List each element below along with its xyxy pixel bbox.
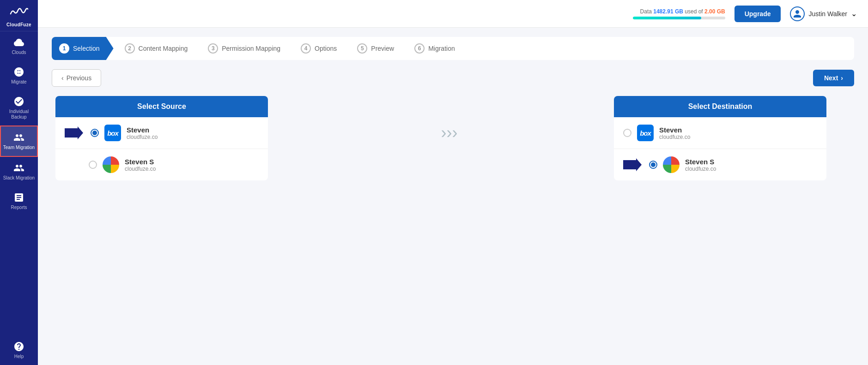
sidebar-help-label: Help	[14, 354, 24, 359]
chevron-right-2: ›	[447, 123, 450, 143]
source-panel-body: box Steven cloudfuze.co	[55, 117, 268, 180]
dest-account-gsuite-name: Steven S	[685, 158, 817, 166]
step-6-migration[interactable]: 6 Migration	[403, 37, 464, 60]
user-avatar	[790, 6, 805, 21]
step-5-num: 5	[357, 43, 367, 54]
gsuite-logo-dest	[663, 156, 680, 173]
step-1-selection[interactable]: 1 Selection	[52, 37, 114, 60]
source-panel-header: Select Source	[55, 96, 268, 117]
dest-panel: Select Destination box Steven cloudfuze.…	[614, 96, 826, 180]
slack-migration-icon	[13, 162, 24, 174]
sidebar-slack-migration-label: Slack Migration	[3, 175, 35, 181]
dest-account-box[interactable]: box Steven cloudfuze.co	[614, 117, 826, 149]
user-info[interactable]: Justin Walker ⌄	[790, 6, 857, 21]
dest-radio-gsuite[interactable]	[649, 161, 657, 169]
source-account-box-info: Steven cloudfuze.co	[127, 126, 259, 140]
step-4-options[interactable]: 4 Options	[290, 37, 346, 60]
sidebar-migrate-label: Migrate	[11, 79, 26, 85]
dest-panel-header: Select Destination	[614, 96, 826, 117]
sidebar-item-reports[interactable]: Reports	[0, 186, 38, 216]
dest-account-box-name: Steven	[659, 126, 817, 134]
gsuite-logo-source	[103, 156, 119, 173]
storage-bar	[633, 17, 725, 19]
step-2-content-mapping[interactable]: 2 Content Mapping	[114, 37, 197, 60]
sidebar-reports-label: Reports	[11, 205, 27, 210]
clouds-icon	[13, 37, 24, 48]
sidebar-clouds-label: Clouds	[12, 50, 26, 55]
storage-text: Data 1482.91 GB used of 2.00 GB	[640, 8, 725, 15]
dest-account-gsuite-domain: cloudfuze.co	[685, 166, 817, 172]
chevron-right-1: ›	[441, 123, 445, 143]
source-account-gsuite-name: Steven S	[125, 158, 259, 166]
sidebar-item-backup[interactable]: Individual Backup	[0, 90, 38, 126]
help-icon	[13, 341, 24, 352]
previous-button[interactable]: ‹ Previous	[52, 69, 101, 87]
sidebar-item-clouds[interactable]: Clouds	[0, 31, 38, 61]
source-account-box-name: Steven	[127, 126, 259, 134]
box-logo-source: box	[104, 125, 121, 141]
step-3-num: 3	[208, 43, 218, 54]
storage-info: Data 1482.91 GB used of 2.00 GB	[633, 8, 725, 19]
backup-icon	[13, 96, 24, 107]
step-6-label: Migration	[428, 45, 455, 52]
svg-marker-0	[65, 126, 83, 139]
previous-label: Previous	[67, 74, 91, 82]
sidebar-item-migrate[interactable]: Migrate	[0, 61, 38, 90]
svg-marker-1	[623, 158, 642, 171]
dest-panel-body: box Steven cloudfuze.co	[614, 117, 826, 180]
step-4-label: Options	[315, 45, 337, 52]
step-5-label: Preview	[371, 45, 394, 52]
next-arrow-icon: ›	[841, 74, 843, 82]
dest-account-box-info: Steven cloudfuze.co	[659, 126, 817, 140]
dest-radio-box[interactable]	[623, 129, 631, 137]
source-radio-gsuite[interactable]	[89, 161, 97, 169]
source-account-gsuite-info: Steven S cloudfuze.co	[125, 158, 259, 172]
storage-bar-fill	[633, 17, 701, 19]
step-3-permission-mapping[interactable]: 3 Permission Mapping	[197, 37, 290, 60]
reports-icon	[13, 192, 24, 203]
user-name: Justin Walker	[808, 10, 847, 18]
prev-arrow-icon: ‹	[61, 74, 64, 82]
source-account-box-domain: cloudfuze.co	[127, 134, 259, 140]
sidebar-item-team-migration[interactable]: Team Migration	[0, 126, 38, 157]
step-3-label: Permission Mapping	[222, 45, 280, 52]
box-logo-dest: box	[637, 125, 654, 141]
dest-account-gsuite-info: Steven S cloudfuze.co	[685, 158, 817, 172]
source-account-gsuite-domain: cloudfuze.co	[125, 166, 259, 172]
dest-account-box-domain: cloudfuze.co	[659, 134, 817, 140]
step-2-label: Content Mapping	[139, 45, 188, 52]
middle-arrows: › › ›	[292, 96, 605, 170]
migrate-icon	[13, 66, 24, 78]
header: Data 1482.91 GB used of 2.00 GB Upgrade …	[38, 0, 868, 28]
team-migration-icon	[13, 132, 24, 143]
storage-total: 2.00 GB	[704, 8, 725, 15]
source-arrow-indicator	[65, 126, 83, 139]
nav-row: ‹ Previous Next ›	[52, 69, 854, 87]
upgrade-button[interactable]: Upgrade	[734, 6, 781, 22]
app-logo: CloudFuze	[0, 0, 38, 31]
sidebar-team-migration-label: Team Migration	[3, 145, 35, 150]
app-name: CloudFuze	[6, 22, 31, 27]
step-5-preview[interactable]: 5 Preview	[346, 37, 403, 60]
next-label: Next	[824, 74, 838, 82]
sidebar-backup-label: Individual Backup	[2, 109, 36, 120]
step-2-num: 2	[125, 43, 135, 54]
sidebar-item-help[interactable]: Help	[0, 335, 38, 365]
dest-account-gsuite[interactable]: Steven S cloudfuze.co	[614, 149, 826, 180]
source-account-gsuite[interactable]: Steven S cloudfuze.co	[55, 149, 268, 180]
sidebar-item-slack-migration[interactable]: Slack Migration	[0, 157, 38, 186]
step-1-num: 1	[59, 43, 69, 54]
source-radio-box[interactable]	[91, 129, 99, 137]
source-account-box[interactable]: box Steven cloudfuze.co	[55, 117, 268, 149]
step-4-num: 4	[301, 43, 311, 54]
panels-row: Select Source	[52, 96, 854, 180]
next-button[interactable]: Next ›	[813, 70, 854, 86]
sidebar: CloudFuze Clouds Migrate Individual Back…	[0, 0, 38, 365]
dest-arrow-indicator	[623, 158, 642, 171]
stepper: 1 Selection 2 Content Mapping 3 Permissi…	[52, 37, 854, 60]
chevron-down-icon: ⌄	[851, 9, 857, 18]
content-area: 1 Selection 2 Content Mapping 3 Permissi…	[38, 28, 868, 365]
chevron-right-3: ›	[452, 123, 456, 143]
step-1-label: Selection	[73, 45, 100, 52]
main-content: Data 1482.91 GB used of 2.00 GB Upgrade …	[38, 0, 868, 365]
